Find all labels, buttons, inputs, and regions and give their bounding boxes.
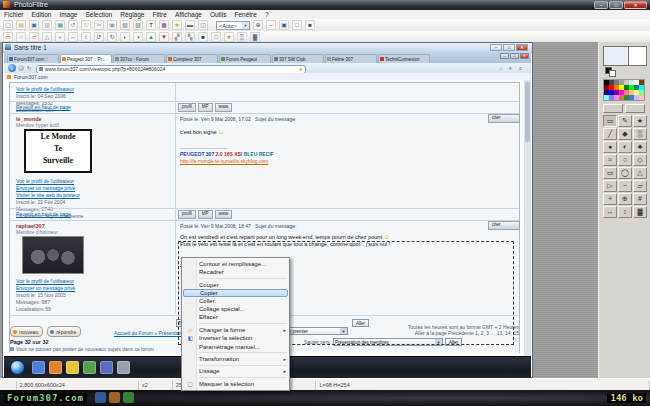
close-button[interactable]: ✕ <box>624 1 647 9</box>
doc-close-button[interactable]: ✕ <box>516 44 528 51</box>
toolbar-icon[interactable]: ▚ <box>185 32 195 42</box>
tool-button[interactable]: ↕ <box>618 206 632 218</box>
menu-slection[interactable]: Sélection <box>81 11 116 18</box>
doc-minimize-button[interactable]: – <box>490 44 502 51</box>
tool-button[interactable]: ~ <box>618 180 632 192</box>
toolbar-icon[interactable]: ◫ <box>198 20 208 30</box>
context-menu-item-lissage[interactable]: Lissage▸ <box>182 367 289 375</box>
toolbar-icon[interactable]: ▞ <box>172 32 182 42</box>
toolbar-icon[interactable]: △ <box>42 32 52 42</box>
background-color-swatch[interactable] <box>628 46 647 66</box>
context-menu-item-inverser-la-s-lection[interactable]: ◧Inverser la sélection <box>182 334 289 342</box>
menu-image[interactable]: Image <box>55 11 81 18</box>
tool-button[interactable]: # <box>633 193 647 205</box>
tool-button[interactable]: ⊕ <box>618 193 632 205</box>
color-swatch[interactable] <box>639 95 644 100</box>
toolbar-icon[interactable]: ▩ <box>159 20 169 30</box>
toolbar-icon[interactable]: ▤ <box>16 20 26 30</box>
menu-rglage[interactable]: Réglage <box>116 11 148 18</box>
toolbar-icon[interactable]: ▼ <box>159 32 169 42</box>
context-menu-item-transformation[interactable]: Transformation▸ <box>182 355 289 363</box>
context-menu-item-param-trage-manuel[interactable]: Paramétrage manuel... <box>182 343 289 351</box>
toolbar-icon[interactable]: ▣ <box>29 20 39 30</box>
context-menu-item-changer-la-forme[interactable]: ▱Changer la forme▸ <box>182 326 289 334</box>
toolbar-icon[interactable]: ↻ <box>107 32 117 42</box>
toolbar-icon[interactable]: ⊕ <box>253 20 263 30</box>
toolbar-icon[interactable]: ↺ <box>68 20 78 30</box>
toolbar-icon[interactable]: ▓ <box>250 32 260 42</box>
context-menu-item-effacer[interactable]: Effacer <box>182 313 289 321</box>
menu-fentre[interactable]: Fenêtre <box>231 11 261 18</box>
toolbar-icon[interactable]: ▬ <box>185 20 195 30</box>
toolbar-icon[interactable]: ■ <box>305 20 315 30</box>
toolbar-icon[interactable]: ★ <box>224 32 234 42</box>
toolbar-icon[interactable]: ↕ <box>81 32 91 42</box>
tool-button[interactable]: ▭ <box>603 115 617 127</box>
tool-button[interactable]: ▱ <box>633 180 647 192</box>
menu-edition[interactable]: Edition <box>28 11 56 18</box>
toolbar-icon[interactable]: ★ <box>172 20 182 30</box>
tool-button[interactable]: ▭ <box>603 167 617 179</box>
minimize-button[interactable]: – <box>594 1 608 9</box>
context-menu-item-contour-et-remplissage[interactable]: Contour et remplissage... <box>182 260 289 268</box>
toolbar-icon[interactable]: ■ <box>198 32 208 42</box>
toolbar-icon[interactable]: ↺ <box>94 32 104 42</box>
toolbar-icon[interactable]: ○ <box>16 32 26 42</box>
context-menu-item-collage-sp-cial[interactable]: Collage spécial... <box>182 305 289 313</box>
toolbar-icon[interactable]: ◑ <box>133 32 143 42</box>
context-menu-item-copier[interactable]: Copier <box>183 289 288 296</box>
toolbar-icon[interactable]: □ <box>292 20 302 30</box>
toolbar-icon[interactable]: + <box>55 32 65 42</box>
toolbar-icon[interactable]: ▢ <box>3 20 13 30</box>
tool-button[interactable]: ≈ <box>603 154 617 166</box>
tool-button[interactable]: ↔ <box>603 206 617 218</box>
toolbar-icon[interactable]: ▣ <box>279 20 289 30</box>
tool-button[interactable]: ▓ <box>633 206 647 218</box>
tool-button[interactable]: ○ <box>618 154 632 166</box>
toolbar-icon[interactable]: □ <box>211 32 221 42</box>
toolbar-icon[interactable]: T <box>146 20 156 30</box>
menu-affichage[interactable]: Affichage <box>171 11 206 18</box>
toolbar-icon[interactable]: ▒ <box>237 32 247 42</box>
tool-button[interactable]: ★ <box>633 115 647 127</box>
zoom-combo[interactable]: <Auto> ▼ <box>216 21 250 30</box>
toolbar-icon[interactable]: ▦ <box>55 20 65 30</box>
doc-maximize-button[interactable]: □ <box>503 44 515 51</box>
tool-button[interactable]: ◆ <box>618 128 632 140</box>
menu-filtre[interactable]: Filtre <box>148 11 170 18</box>
toolbar-icon[interactable]: ▧ <box>120 20 130 30</box>
tool-button[interactable]: ▷ <box>603 180 617 192</box>
toolbar-icon[interactable]: ▨ <box>133 20 143 30</box>
toolbar-icon[interactable]: ▣ <box>107 20 117 30</box>
tool-button[interactable]: ♣ <box>633 141 647 153</box>
toolbar-icon[interactable]: ▭ <box>3 32 13 42</box>
toolbar-icon[interactable]: ▲ <box>146 32 156 42</box>
toolbar-icon[interactable]: ▱ <box>29 32 39 42</box>
menu-outils[interactable]: Outils <box>206 11 231 18</box>
tool-button[interactable]: ▒ <box>633 128 647 140</box>
context-menu-item-couper[interactable]: Couper <box>182 281 289 289</box>
toolbar-icon[interactable]: ✂ <box>94 20 104 30</box>
tool-button[interactable]: △ <box>633 167 647 179</box>
foreground-color-swatch[interactable] <box>603 46 629 66</box>
toolbar-icon[interactable]: − <box>266 20 276 30</box>
context-menu-item-coller[interactable]: Coller <box>182 297 289 305</box>
tool-button[interactable]: ✎ <box>618 115 632 127</box>
tool-button[interactable]: ◇ <box>633 154 647 166</box>
context-menu-item-recadrer[interactable]: Recadrer <box>182 268 289 276</box>
toolbar-icon[interactable]: ▥ <box>42 20 52 30</box>
tool-button[interactable]: ● <box>603 141 617 153</box>
tool-button[interactable]: ◯ <box>618 167 632 179</box>
maximize-button[interactable]: □ <box>609 1 623 9</box>
tool-button[interactable]: + <box>603 193 617 205</box>
toolbar-icon[interactable]: ↔ <box>68 32 78 42</box>
menu-?[interactable]: ? <box>261 11 273 18</box>
palette-next-button[interactable] <box>625 104 645 113</box>
toolbar-icon[interactable]: ◐ <box>120 32 130 42</box>
tool-button[interactable]: ◐ <box>618 141 632 153</box>
tool-button[interactable]: ╱ <box>603 128 617 140</box>
palette-prev-button[interactable] <box>603 104 623 113</box>
context-menu-item-masquer-la-s-lection[interactable]: ▢Masquer la sélection <box>182 380 289 388</box>
toolbar-icon[interactable]: ↻ <box>81 20 91 30</box>
menu-fichier[interactable]: Fichier <box>0 11 28 18</box>
